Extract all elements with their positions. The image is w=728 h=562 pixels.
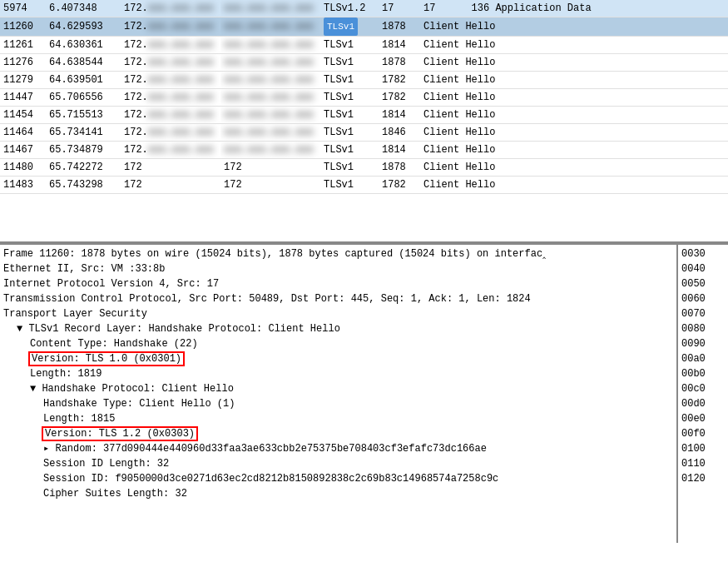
hex-line: 00f0 bbox=[681, 426, 725, 441]
detail-line: Transmission Control Protocol, Src Port:… bbox=[3, 291, 673, 306]
table-row[interactable]: 1127664.638544172.xxx.xxx.xxxxxx.xxx.xxx… bbox=[0, 54, 728, 72]
hex-line: 0080 bbox=[681, 321, 725, 336]
hex-line: 0050 bbox=[681, 276, 725, 291]
packet-list-area: 59746.407348172.xxx.xxx.xxxxxx.xxx.xxx.x… bbox=[0, 0, 728, 243]
detail-line: Content Type: Handshake (22) bbox=[3, 336, 673, 351]
table-row[interactable]: 1144765.706556172.xxx.xxx.xxxxxx.xxx.xxx… bbox=[0, 89, 728, 107]
hex-line: 00d0 bbox=[681, 396, 725, 411]
hex-line: 0090 bbox=[681, 336, 725, 351]
detail-line: Session ID: f9050000d3ce0271d63ec2cd8212… bbox=[3, 471, 673, 486]
hex-line: 0110 bbox=[681, 456, 725, 471]
hex-line: 00a0 bbox=[681, 351, 725, 366]
detail-line: Session ID Length: 32 bbox=[3, 456, 673, 471]
detail-line: Handshake Type: Client Hello (1) bbox=[3, 396, 673, 411]
bottom-section: Frame 11260: 1878 bytes on wire (15024 b… bbox=[0, 243, 728, 543]
detail-line: Internet Protocol Version 4, Src: 17 bbox=[3, 276, 673, 291]
table-row[interactable]: 1146465.734141172.xxx.xxx.xxxxxx.xxx.xxx… bbox=[0, 124, 728, 142]
table-row[interactable]: 1127964.639501172.xxx.xxx.xxxxxx.xxx.xxx… bbox=[0, 72, 728, 89]
table-row[interactable]: 1126164.630361172.xxx.xxx.xxxxxx.xxx.xxx… bbox=[0, 37, 728, 54]
hex-line: 00c0 bbox=[681, 381, 725, 396]
hex-line: 0060 bbox=[681, 291, 725, 306]
version-box: Version: TLS 1.2 (0x0303) bbox=[43, 428, 196, 440]
table-row[interactable]: 59746.407348172.xxx.xxx.xxxxxx.xxx.xxx.x… bbox=[0, 0, 728, 17]
table-row[interactable]: 1145465.715513172.xxx.xxx.xxxxxx.xxx.xxx… bbox=[0, 107, 728, 124]
hex-line: 00b0 bbox=[681, 366, 725, 381]
version-box: Version: TLS 1.0 (0x0301) bbox=[30, 353, 183, 365]
detail-line: Transport Layer Security bbox=[3, 306, 673, 321]
packet-table: 59746.407348172.xxx.xxx.xxxxxx.xxx.xxx.x… bbox=[0, 0, 728, 194]
hex-panel[interactable]: 003000400050006000700080009000a000b000c0… bbox=[678, 245, 728, 543]
hex-line: 0100 bbox=[681, 441, 725, 456]
detail-line: Frame 11260: 1878 bytes on wire (15024 b… bbox=[3, 246, 673, 261]
table-row[interactable]: 1146765.734879172.xxx.xxx.xxxxxx.xxx.xxx… bbox=[0, 142, 728, 159]
detail-line: Length: 1815 bbox=[3, 411, 673, 426]
hex-line: 00e0 bbox=[681, 411, 725, 426]
hex-line: 0030 bbox=[681, 246, 725, 261]
detail-line: Length: 1819 bbox=[3, 366, 673, 381]
detail-line: ▸ Random: 377d090444e440960d33faa3ae633c… bbox=[3, 441, 673, 456]
detail-line: Version: TLS 1.2 (0x0303) bbox=[3, 426, 673, 441]
detail-line: Version: TLS 1.0 (0x0301) bbox=[3, 351, 673, 366]
detail-line: Ethernet II, Src: VM :33:8b bbox=[3, 261, 673, 276]
detail-line: ▼ Handshake Protocol: Client Hello bbox=[3, 381, 673, 396]
detail-line: ▼ TLSv1 Record Layer: Handshake Protocol… bbox=[3, 321, 673, 336]
hex-line: 0120 bbox=[681, 471, 725, 486]
table-row[interactable]: 1148365.743298172172TLSv11782Client Hell… bbox=[0, 177, 728, 194]
hex-line: 0070 bbox=[681, 306, 725, 321]
detail-line: Cipher Suites Length: 32 bbox=[3, 486, 673, 501]
hex-line: 0040 bbox=[681, 261, 725, 276]
table-row[interactable]: 1148065.742272172172TLSv11878Client Hell… bbox=[0, 159, 728, 177]
table-row[interactable]: 1126064.629593172.xxx.xxx.xxxxxx.xxx.xxx… bbox=[0, 17, 728, 37]
detail-panel[interactable]: Frame 11260: 1878 bytes on wire (15024 b… bbox=[0, 245, 678, 543]
